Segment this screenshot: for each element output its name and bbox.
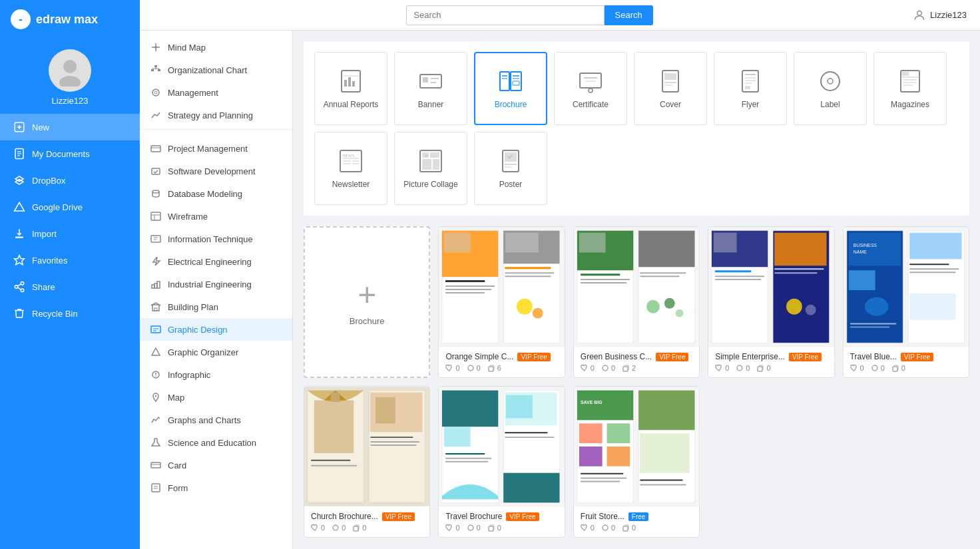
cat-mind-map[interactable]: Mind Map	[140, 36, 292, 59]
sidebar-item-recycle-bin[interactable]: Recycle Bin	[0, 300, 140, 327]
template-info-teal: Travel Brochure VIP Free 0 0	[439, 506, 564, 537]
cat-graphic-org[interactable]: Graphic Organizer	[140, 341, 292, 363]
sidebar-item-dropbox[interactable]: DropBox	[0, 167, 140, 194]
electrical-icon	[150, 256, 161, 267]
sidebar-item-new[interactable]: New	[0, 114, 140, 140]
cat-wireframe[interactable]: Wireframe	[140, 205, 292, 228]
cat-software-dev[interactable]: Software Development	[140, 160, 292, 182]
svg-rect-228	[640, 484, 686, 486]
template-card-orange[interactable]: Orange Simple C... VIP Free 0 0	[438, 226, 565, 378]
type-card-label[interactable]: Label	[794, 52, 867, 125]
template-info-blue-travel: Travel Blue... VIP Free 0 0	[844, 347, 969, 377]
svg-rect-188	[311, 460, 350, 461]
heart-icon	[467, 364, 475, 372]
svg-point-15	[21, 282, 24, 285]
search-button[interactable]: Search	[605, 5, 653, 25]
template-card-teal[interactable]: Travel Brochure VIP Free 0 0	[438, 386, 565, 538]
sidebar-item-google-drive[interactable]: Google Drive	[0, 194, 140, 220]
type-card-flyer[interactable]: Flyer	[714, 52, 787, 125]
type-card-banner[interactable]: Banner	[394, 52, 467, 125]
type-card-certificate[interactable]: Certificate	[554, 52, 627, 125]
type-card-brochure[interactable]: Brochure	[474, 52, 547, 125]
svg-rect-125	[445, 292, 485, 293]
cat-form[interactable]: Form	[140, 476, 292, 499]
cat-industrial-label: Industrial Engineering	[168, 279, 252, 289]
svg-rect-192	[375, 397, 395, 424]
search-input[interactable]	[406, 5, 604, 25]
cat-database[interactable]: Database Modeling	[140, 182, 292, 205]
cat-strategy-label: Strategy and Planning	[168, 110, 253, 120]
cat-building[interactable]: Building Plan	[140, 295, 292, 318]
sidebar-item-share[interactable]: Share	[0, 274, 140, 300]
type-card-cover[interactable]: Cover	[634, 52, 707, 125]
template-img-church	[304, 387, 429, 506]
svg-point-94	[821, 72, 840, 91]
template-card-green[interactable]: Green Business C... VIP Free 0 0	[573, 226, 700, 378]
svg-marker-11	[15, 202, 25, 211]
info-tech-icon	[150, 234, 161, 244]
type-card-poster[interactable]: Poster	[474, 132, 547, 205]
type-card-magazines[interactable]: Magazines	[873, 52, 947, 125]
svg-rect-70	[423, 77, 428, 83]
cat-infographic[interactable]: Infographic	[140, 363, 292, 386]
like-icon	[445, 364, 453, 372]
avatar	[49, 49, 91, 92]
cat-card[interactable]: Card	[140, 454, 292, 476]
cat-strategy[interactable]: Strategy and Planning	[140, 104, 292, 126]
template-preview-teal	[439, 387, 564, 506]
cat-graphs-charts[interactable]: Graphs and Charts	[140, 409, 292, 431]
type-card-annual-reports[interactable]: Annual Reports	[314, 52, 387, 125]
cat-electrical[interactable]: Electrical Engineering	[140, 250, 292, 273]
svg-point-163	[786, 299, 802, 315]
cat-graphic-design-label: Graphic Design	[168, 325, 228, 335]
template-name-teal: Travel Brochure VIP Free	[445, 512, 557, 521]
google-drive-icon	[13, 201, 25, 213]
type-card-newsletter[interactable]: NEWS Newsletter	[314, 132, 387, 205]
sidebar-item-my-documents[interactable]: My Documents	[0, 140, 140, 167]
svg-rect-111	[430, 152, 439, 158]
template-card-fruit[interactable]: SAVE BIG	[573, 386, 700, 538]
sidebar-item-import[interactable]: Import	[0, 220, 140, 247]
cat-project-mgmt[interactable]: Project Management	[140, 137, 292, 160]
topbar: Search Lizzie123	[140, 0, 980, 31]
cat-info-tech[interactable]: Information Technique	[140, 228, 292, 250]
cat-industrial[interactable]: Industrial Engineering	[140, 273, 292, 295]
app-name: edraw max	[36, 13, 98, 27]
card-icon	[150, 460, 161, 470]
type-brochure-label: Brochure	[495, 100, 527, 109]
type-poster-label: Poster	[499, 180, 523, 189]
cat-org-chart[interactable]: Organizational Chart	[140, 59, 292, 81]
svg-rect-59	[151, 462, 160, 468]
poster-icon	[497, 148, 524, 174]
svg-rect-142	[581, 282, 626, 283]
template-stats-green: 0 0 2	[581, 364, 692, 372]
sidebar-item-my-documents-label: My Documents	[32, 149, 90, 159]
free-badge-fruit: Free	[628, 512, 649, 521]
type-magazines-label: Magazines	[891, 100, 929, 109]
cat-management[interactable]: Management	[140, 81, 292, 104]
cat-map[interactable]: Map	[140, 386, 292, 409]
template-card-enterprise[interactable]: Simple Enterprise... VIP Free 0 0	[708, 226, 834, 378]
template-card-blue-travel[interactable]: BUSINESS NAME	[843, 226, 969, 378]
svg-rect-200	[442, 391, 498, 427]
cat-science-edu[interactable]: Science and Education	[140, 431, 292, 454]
svg-point-0	[63, 60, 77, 73]
copy-icon-church	[352, 524, 360, 532]
svg-rect-73	[500, 72, 509, 91]
cat-graphic-design[interactable]: Graphic Design	[140, 318, 292, 341]
svg-rect-230	[623, 526, 628, 531]
svg-point-145	[646, 300, 660, 313]
svg-rect-201	[444, 427, 471, 447]
svg-rect-128	[506, 233, 539, 253]
heart-icon-teal	[467, 524, 475, 532]
type-card-picture-collage[interactable]: Picture Collage	[394, 132, 467, 205]
stat-copies-green: 2	[622, 364, 636, 372]
template-card-church[interactable]: Church Brochure... VIP Free 0 0	[304, 386, 430, 538]
svg-rect-85	[664, 73, 676, 80]
template-new-card[interactable]: + Brochure	[304, 226, 430, 378]
dropbox-icon	[13, 174, 25, 186]
svg-rect-123	[445, 285, 495, 287]
sidebar-item-favorites[interactable]: Favorites	[0, 247, 140, 274]
infographic-icon	[150, 369, 161, 380]
cat-map-label: Map	[168, 393, 184, 403]
